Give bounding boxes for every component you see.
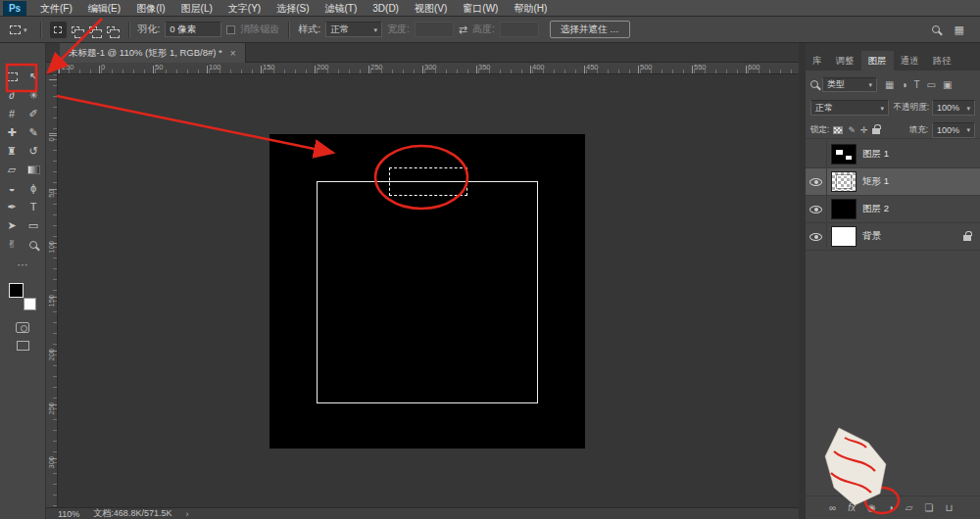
new-layer-icon[interactable]: ❏ xyxy=(924,503,933,513)
layer-row[interactable]: 矩形 1 xyxy=(806,168,980,196)
panel-tab[interactable]: 通道 xyxy=(894,51,926,71)
opacity-select[interactable]: 100% ▾ xyxy=(932,100,975,116)
eyedropper-tool[interactable]: ✐ xyxy=(23,106,44,122)
hand-tool[interactable]: ✌ xyxy=(1,236,23,253)
link-layers-icon[interactable]: ∞ xyxy=(829,503,836,513)
new-adjustment-layer-icon[interactable]: ◑ xyxy=(888,503,894,513)
document-tab[interactable]: 未标题-1 @ 110% (矩形 1, RGB/8#) * × xyxy=(60,43,246,63)
menu-item[interactable]: 视图(V) xyxy=(407,0,455,17)
eraser-tool[interactable]: ▱ xyxy=(1,162,23,178)
style-select[interactable]: 正常 ▾ xyxy=(325,22,382,37)
menu-item[interactable]: 3D(D) xyxy=(365,0,407,17)
screen-mode-icon[interactable] xyxy=(17,341,29,351)
lock-transparent-pixels-icon[interactable] xyxy=(833,126,843,134)
menu-item[interactable]: 滤镜(T) xyxy=(318,0,366,17)
move-tool[interactable]: ↖ xyxy=(23,69,44,85)
type-tool[interactable]: T xyxy=(23,199,44,215)
panel-tab[interactable]: 图层 xyxy=(861,51,894,71)
edit-toolbar-button[interactable]: ⋯ xyxy=(0,259,45,271)
shape-tool[interactable]: ▭ xyxy=(23,217,44,234)
layer-thumbnail[interactable] xyxy=(831,199,857,219)
menu-item[interactable]: 图层(L) xyxy=(173,0,220,17)
magic-wand-tool[interactable]: ✳ xyxy=(23,87,44,104)
chevron-down-icon: ▾ xyxy=(868,81,872,88)
layer-name: 图层 1 xyxy=(862,148,889,161)
layer-visibility-toggle[interactable] xyxy=(806,223,827,250)
layer-thumbnail[interactable] xyxy=(831,171,857,192)
width-input[interactable] xyxy=(415,22,454,37)
quick-mask-icon[interactable] xyxy=(16,322,29,333)
healing-brush-tool[interactable]: ✚ xyxy=(1,124,23,141)
workspace-icon[interactable]: ▦ xyxy=(955,24,964,36)
feather-input[interactable]: 0 像素 xyxy=(165,22,221,37)
blend-mode-select[interactable]: 正常 ▾ xyxy=(810,100,889,116)
layer-thumbnail[interactable] xyxy=(831,226,857,247)
filter-pixel-layers-icon[interactable]: ▦ xyxy=(883,79,896,90)
swap-width-height-icon[interactable]: ⇄ xyxy=(459,24,467,36)
lasso-tool[interactable]: ∂ xyxy=(1,87,23,104)
new-group-icon[interactable]: ▱ xyxy=(906,503,913,513)
filter-type-select[interactable]: 类型 ▾ xyxy=(822,77,877,92)
clone-stamp-tool[interactable]: ♜ xyxy=(1,143,23,160)
fill-select[interactable]: 100% ▾ xyxy=(932,122,975,138)
blur-tool[interactable]: ◒ xyxy=(1,180,23,197)
layer-visibility-toggle[interactable] xyxy=(806,141,827,167)
menu-item[interactable]: 选择(S) xyxy=(269,0,317,17)
ruler-label: 450 xyxy=(584,63,599,71)
filter-shape-layers-icon[interactable]: ▭ xyxy=(925,79,938,90)
layer-row[interactable]: 背景 xyxy=(806,223,980,251)
lock-all-icon[interactable] xyxy=(872,128,880,134)
layer-visibility-toggle[interactable] xyxy=(806,196,827,222)
menu-item[interactable]: 文字(Y) xyxy=(220,0,269,17)
close-icon[interactable]: × xyxy=(230,48,236,59)
zoom-level[interactable]: 110% xyxy=(58,509,79,519)
lock-position-icon[interactable]: ✛ xyxy=(860,125,868,135)
rectangular-marquee-tool[interactable] xyxy=(1,69,23,85)
layer-thumbnail[interactable] xyxy=(831,144,857,165)
filter-adjustment-layers-icon[interactable]: ◑ xyxy=(899,79,908,90)
zoom-tool[interactable] xyxy=(23,236,44,253)
menu-item[interactable]: 文件(F) xyxy=(32,0,80,17)
panel-tabs: 库调整图层通道路径 xyxy=(806,51,980,71)
height-input[interactable] xyxy=(500,22,539,37)
delete-layer-icon[interactable]: ⊔ xyxy=(945,503,953,513)
panel-tab[interactable]: 调整 xyxy=(829,51,861,71)
layer-style-icon[interactable]: fx xyxy=(848,503,856,513)
background-color-swatch[interactable] xyxy=(24,298,36,310)
brush-tool[interactable]: ✎ xyxy=(23,124,44,141)
dodge-tool[interactable]: ϕ xyxy=(23,180,44,197)
menu-item[interactable]: 窗口(W) xyxy=(455,0,506,17)
panel-tab[interactable]: 库 xyxy=(806,51,829,71)
filter-type-layers-icon[interactable]: T xyxy=(912,79,922,90)
panel-tab[interactable]: 路径 xyxy=(926,51,958,71)
layer-row[interactable]: 图层 2 xyxy=(806,196,980,223)
history-brush-tool[interactable]: ↺ xyxy=(23,143,44,160)
menu-item[interactable]: 帮助(H) xyxy=(506,0,555,17)
subtract-from-selection-button[interactable] xyxy=(85,22,102,38)
intersect-selection-button[interactable] xyxy=(103,22,120,38)
status-expander-icon[interactable]: › xyxy=(185,509,188,519)
lock-image-pixels-icon[interactable]: ✎ xyxy=(848,125,856,135)
add-layer-mask-icon[interactable]: ◉ xyxy=(867,503,876,513)
tool-preset-dropdown[interactable]: ▾ xyxy=(6,24,31,36)
menu-item[interactable]: 编辑(E) xyxy=(80,0,128,17)
gradient-tool[interactable] xyxy=(23,162,44,178)
menu-item[interactable]: 图像(I) xyxy=(128,0,172,17)
document-canvas[interactable] xyxy=(270,134,585,448)
layer-row[interactable]: 图层 1 xyxy=(806,141,980,168)
new-selection-button[interactable] xyxy=(50,22,67,38)
filter-smart-objects-icon[interactable]: ▣ xyxy=(941,79,954,90)
blend-mode-row: 正常 ▾ 不透明度: 100% ▾ xyxy=(806,98,980,118)
crop-tool[interactable]: # xyxy=(1,106,23,122)
add-to-selection-button[interactable] xyxy=(68,22,84,38)
foreground-color-swatch[interactable] xyxy=(9,283,24,298)
pen-tool[interactable]: ✒ xyxy=(1,199,23,215)
antialias-checkbox[interactable] xyxy=(226,25,235,34)
panel-divider xyxy=(799,43,806,519)
layers-list: 图层 1矩形 1图层 2背景 xyxy=(806,141,980,251)
layer-visibility-toggle[interactable] xyxy=(806,168,827,195)
canvas-pasteboard[interactable] xyxy=(58,74,799,507)
select-and-mask-button[interactable]: 选择并遮住 … xyxy=(550,21,630,38)
path-selection-tool[interactable]: ➤ xyxy=(1,217,23,234)
search-icon[interactable] xyxy=(932,25,940,33)
